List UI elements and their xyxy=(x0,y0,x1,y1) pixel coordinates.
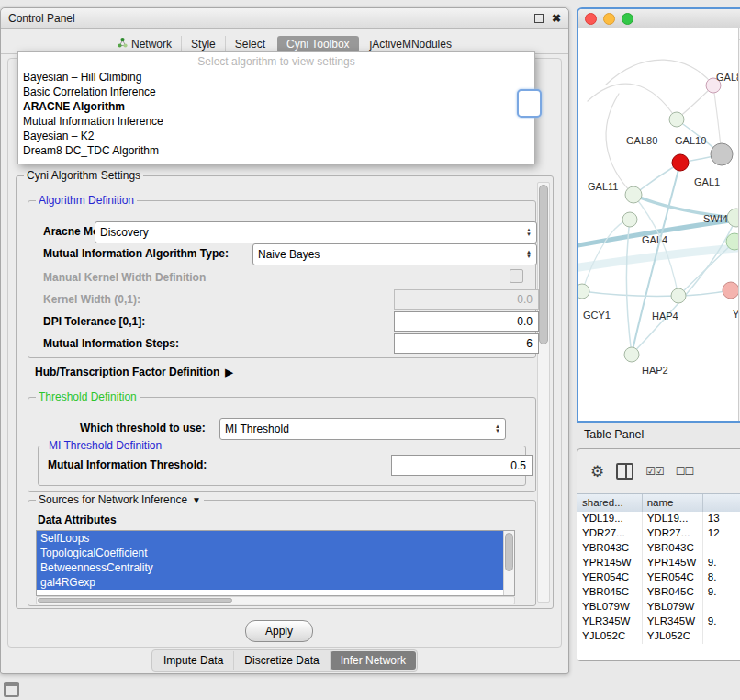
algorithm-option[interactable]: ARACNE Algorithm xyxy=(18,99,534,114)
sources-group-title: Sources for Network Inference xyxy=(39,493,187,506)
minimized-panel-icon[interactable] xyxy=(4,682,19,697)
network-edge[interactable] xyxy=(588,84,677,119)
network-edge[interactable] xyxy=(582,220,630,291)
network-view-window: GAL8GAL80GAL10GAL11GAL1SWI4GAL4GCY1HAP4Y… xyxy=(577,7,740,423)
attribute-item[interactable]: SelfLoops xyxy=(37,531,504,546)
algorithm-option[interactable]: Mutual Information Inference xyxy=(18,114,534,129)
attribute-list-scrollbar-thumb[interactable] xyxy=(505,533,513,571)
network-title-bar[interactable] xyxy=(578,9,740,28)
network-edge[interactable] xyxy=(626,220,632,355)
network-node[interactable] xyxy=(723,282,739,299)
table-row[interactable]: YER054CYER054C8. xyxy=(577,570,740,585)
control-panel-title-bar[interactable]: Control Panel ✖ xyxy=(1,8,568,29)
table-cell: YDL19... xyxy=(577,512,643,526)
float-window-icon[interactable] xyxy=(534,14,544,23)
network-edge[interactable] xyxy=(633,195,678,296)
algorithm-option[interactable]: Basic Correlation Inference xyxy=(18,85,534,99)
dropdown-placeholder: Select algorithm to view settings xyxy=(18,54,534,70)
apply-button[interactable]: Apply xyxy=(245,620,313,642)
network-node[interactable] xyxy=(669,112,684,127)
select-all-icon[interactable]: ☑☑ xyxy=(645,465,664,478)
table-row[interactable]: YDL19...YDL19...13 xyxy=(577,512,740,526)
aracne-mode-select[interactable]: Discovery ▲▼ xyxy=(95,221,537,243)
network-node[interactable] xyxy=(622,212,637,227)
mi-type-label: Mutual Information Algorithm Type: xyxy=(43,247,229,260)
table-row[interactable]: YPR145WYPR145W9. xyxy=(577,556,740,570)
table-cell: 13 xyxy=(703,512,740,526)
attribute-list-hscrollbar-thumb[interactable] xyxy=(38,598,232,603)
close-traffic-light-icon[interactable] xyxy=(585,13,597,25)
mi-steps-input[interactable]: 6 xyxy=(394,333,539,354)
table-row[interactable]: YBR045CYBR045C9. xyxy=(577,585,740,600)
table-row[interactable]: YBL079WYBL079W xyxy=(577,600,740,615)
attribute-item[interactable]: gal4RGexp xyxy=(37,575,504,590)
network-node[interactable] xyxy=(711,143,733,165)
tab-network[interactable]: Network xyxy=(108,36,182,52)
table-cell xyxy=(703,600,740,615)
mi-threshold-label: Mutual Information Threshold: xyxy=(48,458,207,471)
settings-group: Cyni Algorithm Settings Algorithm Defini… xyxy=(16,175,554,609)
bottom-tab-impute-data[interactable]: Impute Data xyxy=(153,651,234,670)
table-cell: YJL052C xyxy=(643,629,703,644)
table-cell: YDR27... xyxy=(643,526,703,541)
table-row[interactable]: YDR27...YDR27...12 xyxy=(577,526,740,541)
attribute-list-scrollbar[interactable] xyxy=(503,531,514,595)
network-node[interactable] xyxy=(624,347,639,362)
tab-select[interactable]: Select xyxy=(226,36,275,52)
node-label: GAL11 xyxy=(588,181,618,192)
tab-style[interactable]: Style xyxy=(182,36,226,52)
column-header[interactable]: shared... xyxy=(577,494,643,513)
network-node[interactable] xyxy=(578,284,589,299)
which-threshold-select[interactable]: MI Threshold ▲▼ xyxy=(219,418,506,440)
tab-cyni-toolbox[interactable]: Cyni Toolbox xyxy=(277,36,358,52)
node-label: GAL1 xyxy=(694,176,720,187)
attribute-list-hscrollbar[interactable] xyxy=(36,596,515,604)
network-node[interactable] xyxy=(672,154,689,171)
algorithm-option[interactable]: Dream8 DC_TDC Algorithm xyxy=(18,143,534,158)
attribute-item[interactable]: BetweennessCentrality xyxy=(37,560,504,575)
combo-arrows-icon: ▲▼ xyxy=(495,424,500,434)
mi-threshold-input[interactable]: 0.5 xyxy=(391,455,533,476)
network-node[interactable] xyxy=(671,288,686,303)
tab-label: Cyni Toolbox xyxy=(286,38,349,51)
settings-group-title: Cyni Algorithm Settings xyxy=(24,169,143,182)
hub-definition-toggle[interactable]: Hub/Transcription Factor Definition ▶ xyxy=(35,366,233,378)
column-header[interactable] xyxy=(703,494,740,513)
close-icon[interactable]: ✖ xyxy=(552,14,561,23)
algorithm-combobox-fragment[interactable] xyxy=(517,89,542,118)
table-row[interactable]: YBR043CYBR043C xyxy=(577,541,740,556)
tab-jactivemnodules[interactable]: jActiveMNodules xyxy=(361,36,461,52)
deselect-all-icon[interactable]: ☐☐ xyxy=(676,465,694,478)
table-row[interactable]: YLR345WYLR345W9. xyxy=(577,615,740,629)
attribute-item[interactable]: TopologicalCoefficient xyxy=(37,546,504,560)
table-cell: YBR043C xyxy=(577,541,643,556)
table-cell: YDR27... xyxy=(577,526,643,541)
settings-gear-icon[interactable]: ⚙ xyxy=(590,464,604,480)
mi-type-select[interactable]: Naive Bayes ▲▼ xyxy=(252,243,537,265)
algorithm-option[interactable]: Bayesian – Hill Climbing xyxy=(18,70,534,85)
algorithm-option[interactable]: Bayesian – K2 xyxy=(18,129,534,143)
network-edge[interactable] xyxy=(578,246,740,268)
minimize-traffic-light-icon[interactable] xyxy=(603,13,615,25)
table-cell: 9. xyxy=(703,585,740,600)
network-node[interactable] xyxy=(625,186,642,203)
sources-group-title-row[interactable]: Sources for Network Inference ▼ xyxy=(36,493,204,506)
which-threshold-label: Which threshold to use: xyxy=(80,422,206,435)
network-edge[interactable] xyxy=(606,60,713,85)
table-cell: YDL19... xyxy=(643,512,703,526)
bottom-tab-infer-network[interactable]: Infer Network xyxy=(331,651,416,670)
kernel-width-input: 0.0 xyxy=(394,289,539,310)
algorithm-definition-group: Algorithm Definition Aracne Mode: Discov… xyxy=(28,200,536,358)
zoom-traffic-light-icon[interactable] xyxy=(622,13,633,25)
network-edge[interactable] xyxy=(582,291,678,296)
table-row[interactable]: YJL052CYJL052C xyxy=(577,629,740,644)
node-label: GAL10 xyxy=(675,135,706,146)
settings-scrollbar-thumb[interactable] xyxy=(539,185,548,344)
columns-icon[interactable] xyxy=(616,463,633,480)
network-canvas[interactable]: GAL8GAL80GAL10GAL11GAL1SWI4GAL4GCY1HAP4Y… xyxy=(578,28,740,421)
dpi-tolerance-input[interactable]: 0.0 xyxy=(394,311,539,332)
node-label: GCY1 xyxy=(583,310,611,321)
column-header[interactable]: name xyxy=(643,494,703,513)
settings-scrollbar[interactable] xyxy=(537,182,550,603)
bottom-tab-discretize-data[interactable]: Discretize Data xyxy=(234,651,330,670)
